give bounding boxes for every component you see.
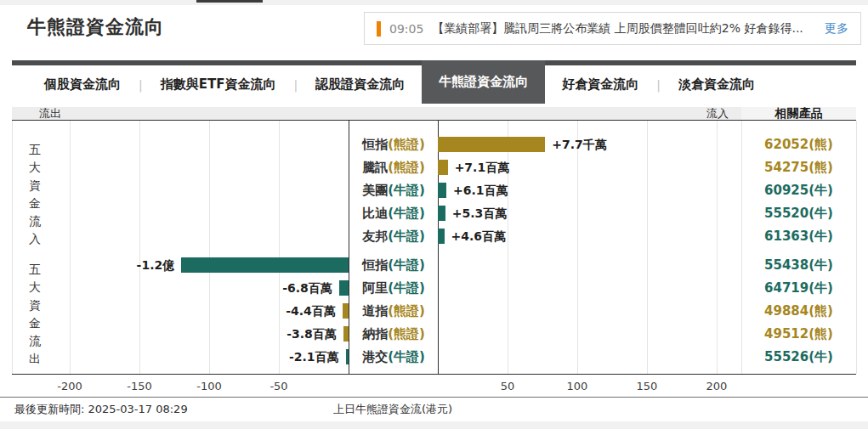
flow-bar	[339, 280, 349, 296]
bar-value-label: +4.6百萬	[451, 229, 507, 244]
chart-header-band	[12, 107, 741, 120]
category-label: 恒指(牛證)	[349, 257, 438, 274]
related-products-header: 相關產品	[741, 107, 856, 120]
flow-bar	[343, 326, 349, 342]
bar-value-label: +7.1百萬	[455, 160, 510, 175]
news-more-link[interactable]: 更多	[825, 21, 848, 37]
category-label: 美團(牛證)	[349, 182, 438, 199]
related-product-link[interactable]: 61363(牛)	[741, 228, 856, 245]
chart-top-border	[12, 120, 856, 121]
related-product-link[interactable]: 64719(牛)	[741, 279, 856, 296]
certificate-type: (熊證)	[388, 160, 425, 175]
bar-value-label: -4.4百萬	[286, 303, 336, 319]
related-product-link[interactable]: 55438(牛)	[741, 257, 856, 274]
category-label: 道指(熊證)	[349, 302, 438, 319]
x-tick-label: -50	[253, 380, 304, 392]
bar-value-label: +7.7千萬	[552, 137, 607, 152]
flow-bar	[438, 137, 545, 152]
plot-left-edge	[12, 121, 13, 374]
flow-bar	[438, 229, 445, 244]
tab-0[interactable]: 個股資金流向	[27, 65, 138, 104]
certificate-type: (牛證)	[388, 257, 425, 273]
news-accent-bar-icon	[377, 21, 381, 37]
underlying-name: 美團	[362, 183, 388, 198]
category-label: 恒指(熊證)	[349, 136, 438, 153]
certificate-type: (熊證)	[388, 137, 425, 152]
related-product-link[interactable]: 55526(牛)	[741, 348, 856, 365]
underlying-name: 恒指	[362, 137, 388, 152]
flow-bar	[343, 303, 349, 319]
underlying-name: 港交	[362, 349, 388, 364]
underlying-name: 騰訊	[362, 160, 388, 175]
certificate-type: (牛證)	[388, 349, 425, 364]
bar-value-label: +5.3百萬	[452, 206, 508, 221]
certificate-type: (熊證)	[388, 326, 425, 342]
last-updated-text: 最後更新時間: 2025-03-17 08:29	[14, 402, 188, 417]
underlying-name: 比迪	[362, 206, 388, 221]
x-tick-label: 150	[621, 380, 672, 392]
gridline	[279, 121, 280, 374]
tab-separator: |	[138, 78, 144, 92]
tab-1[interactable]: 指數與ETF資金流向	[144, 65, 293, 104]
category-label: 港交(牛證)	[349, 348, 438, 365]
related-product-link[interactable]: 49512(熊)	[741, 325, 856, 342]
gridline	[70, 121, 71, 374]
underlying-name: 納指	[362, 326, 388, 342]
tab-2[interactable]: 認股證資金流向	[298, 65, 422, 104]
x-tick-label: 200	[691, 380, 742, 392]
gridline	[209, 121, 210, 374]
related-product-link[interactable]: 54275(熊)	[741, 159, 856, 176]
category-label: 阿里(牛證)	[349, 279, 438, 296]
flow-bar	[181, 257, 349, 273]
category-label: 比迪(牛證)	[349, 205, 438, 222]
tab-separator: |	[292, 78, 298, 92]
plot-right-edge	[856, 121, 857, 374]
axis-caption: 上日牛熊證資金流(港元)	[282, 402, 503, 417]
related-product-link[interactable]: 49884(熊)	[741, 302, 856, 319]
tab-5[interactable]: 淡倉資金流向	[661, 65, 772, 104]
inflow-header: 流入	[655, 107, 729, 120]
flow-bar	[438, 206, 445, 221]
zero-axis	[438, 121, 439, 374]
certificate-type: (牛證)	[388, 229, 425, 244]
bull-bear-fund-flow-page: 牛熊證資金流向 09:05 【業績部署】騰訊周三將公布業績 上周股價整體回吐約2…	[0, 0, 868, 429]
gridline	[647, 121, 648, 374]
gridline	[508, 121, 508, 374]
underlying-name: 阿里	[362, 280, 388, 296]
bar-value-label: -1.2億	[137, 257, 175, 273]
certificate-type: (牛證)	[388, 206, 425, 221]
tab-bar: 個股資金流向|指數與ETF資金流向|認股證資金流向牛熊證資金流向好倉資金流向|淡…	[12, 65, 856, 104]
news-time: 09:05	[389, 22, 423, 36]
underlying-name: 友邦	[362, 229, 388, 244]
top-edge-fragment	[196, 0, 263, 3]
related-product-link[interactable]: 55520(牛)	[741, 205, 856, 222]
tab-3[interactable]: 牛熊證資金流向	[422, 60, 545, 104]
news-ticker: 09:05 【業績部署】騰訊周三將公布業績 上周股價整體回吐約2% 好倉錄得..…	[364, 12, 861, 45]
news-headline-link[interactable]: 【業績部署】騰訊周三將公布業績 上周股價整體回吐約2% 好倉錄得...	[432, 21, 816, 37]
related-product-link[interactable]: 62052(熊)	[741, 136, 856, 153]
page-title: 牛熊證資金流向	[27, 14, 164, 40]
gridline	[139, 121, 140, 374]
x-tick-label: 50	[482, 380, 533, 392]
bar-value-label: -3.8百萬	[286, 326, 337, 342]
bar-value-label: +6.1百萬	[453, 183, 508, 198]
certificate-type: (熊證)	[388, 303, 425, 319]
tab-4[interactable]: 好倉資金流向	[545, 65, 655, 104]
category-label: 騰訊(熊證)	[349, 159, 438, 176]
bar-value-label: -2.1百萬	[289, 349, 339, 364]
gridline	[577, 121, 578, 374]
certificate-type: (牛證)	[388, 280, 425, 296]
certificate-type: (牛證)	[388, 183, 425, 198]
footer-divider	[0, 397, 868, 398]
related-product-link[interactable]: 60925(牛)	[741, 182, 856, 199]
flow-bar	[438, 160, 448, 175]
chart-bottom-axis	[12, 374, 856, 375]
x-tick-label: 100	[552, 380, 603, 392]
outflow-header: 流出	[39, 107, 61, 120]
underlying-name: 道指	[362, 303, 388, 319]
group-label-top5-outflow: 五 大 資 金 流 出	[26, 261, 43, 368]
bar-value-label: -6.8百萬	[282, 280, 332, 296]
tab-separator: |	[655, 78, 661, 92]
x-tick-label: -200	[44, 380, 95, 392]
gridline	[717, 121, 718, 374]
